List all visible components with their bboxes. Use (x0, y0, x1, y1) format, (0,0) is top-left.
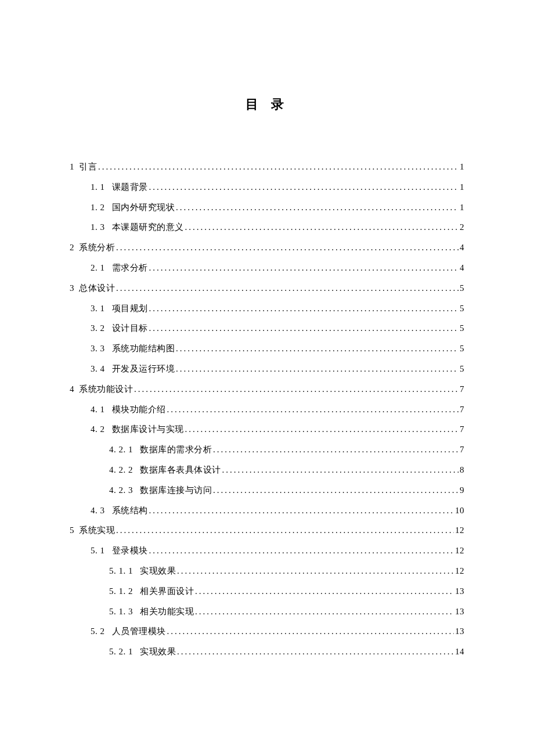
toc-entry: 2. 1需求分析4 (70, 258, 464, 278)
toc-entry-page: 5 (459, 318, 464, 339)
toc-entry-text: 国内外研究现状 (112, 197, 175, 218)
toc-entry: 4. 2数据库设计与实现7 (70, 419, 464, 440)
toc-dot-leader (175, 359, 459, 379)
toc-entry-number: 5 (70, 520, 74, 541)
toc-entry-text: 数据库的需求分析 (140, 440, 212, 460)
toc-dot-leader (148, 298, 459, 319)
toc-entry-number: 1 (70, 157, 74, 177)
toc-entry-text: 系统功能设计 (79, 379, 133, 399)
toc-entry: 4. 3系统结构10 (70, 501, 464, 521)
toc-entry: 5. 1登录模块12 (70, 541, 464, 561)
toc-entry-text: 相关界面设计 (140, 581, 194, 602)
toc-entry: 4. 2. 2数据库各表具体设计8 (70, 460, 464, 480)
toc-dot-leader (194, 581, 454, 602)
toc-entry-page: 13 (454, 581, 464, 602)
toc-entry-page: 7 (459, 419, 464, 440)
toc-entry: 1. 3本课题研究的意义2 (70, 217, 464, 237)
toc-entry-page: 12 (454, 541, 464, 561)
toc-dot-leader (221, 460, 459, 480)
toc-entry-page: 7 (459, 379, 464, 399)
toc-entry-page: 12 (454, 520, 464, 541)
toc-entry: 1引言1 (70, 157, 464, 177)
toc-entry-page: 5 (459, 278, 464, 298)
toc-dot-leader (184, 217, 459, 237)
toc-dot-leader (148, 541, 454, 561)
toc-entry-number: 3. 3 (91, 339, 105, 359)
toc-entry-number: 1. 2 (91, 197, 105, 218)
toc-dot-leader (184, 419, 459, 440)
toc-entry: 3. 2设计目标5 (70, 318, 464, 339)
toc-entry-number: 5. 1. 2 (109, 581, 133, 602)
toc-entry-page: 14 (454, 642, 464, 662)
toc-entry: 5. 1. 3相关功能实现13 (70, 602, 464, 622)
toc-entry-number: 4 (70, 379, 74, 399)
toc-dot-leader (212, 440, 459, 460)
toc-entry-text: 总体设计 (79, 278, 115, 298)
toc-entry-page: 12 (454, 561, 464, 581)
toc-dot-leader (148, 318, 459, 339)
toc-entry-text: 模块功能介绍 (112, 399, 166, 420)
toc-entry-text: 引言 (79, 157, 97, 177)
toc-entry-page: 8 (459, 460, 464, 480)
toc-entry-number: 3. 4 (91, 359, 105, 379)
toc-entry: 5. 2人员管理模块13 (70, 621, 464, 642)
toc-entry-page: 7 (459, 440, 464, 460)
toc-entry-text: 系统分析 (79, 237, 115, 258)
toc-entry-text: 数据库各表具体设计 (140, 460, 221, 480)
toc-dot-leader (148, 177, 459, 197)
toc-entry: 3. 1项目规划5 (70, 298, 464, 319)
toc-entry-number: 4. 2. 1 (109, 440, 133, 460)
toc-entry: 5系统实现12 (70, 520, 464, 541)
toc-entry: 4. 2. 1数据库的需求分析7 (70, 440, 464, 460)
toc-entry: 3. 3系统功能结构图5 (70, 339, 464, 359)
toc-entry-number: 3. 1 (91, 298, 105, 319)
toc-entry-text: 实现效果 (140, 642, 176, 662)
toc-entry-page: 10 (454, 501, 464, 521)
toc-entry: 4. 2. 3数据库连接与访问9 (70, 480, 464, 501)
toc-entry-number: 4. 2. 2 (109, 460, 133, 480)
toc-entry-text: 相关功能实现 (140, 602, 194, 622)
toc-entry-number: 4. 2. 3 (109, 480, 133, 501)
toc-dot-leader (148, 501, 454, 521)
toc-entry-text: 数据库连接与访问 (140, 480, 212, 501)
toc-entry-number: 4. 2 (91, 419, 105, 440)
toc-entry-page: 1 (459, 197, 464, 218)
toc-entry: 5. 1. 1实现效果12 (70, 561, 464, 581)
toc-entry-text: 本课题研究的意义 (112, 217, 184, 237)
toc-entry-page: 13 (454, 602, 464, 622)
toc-entry-text: 项目规划 (112, 298, 148, 319)
toc-entry-number: 1. 1 (91, 177, 105, 197)
toc-dot-leader (175, 339, 459, 359)
toc-entry-text: 登录模块 (112, 541, 148, 561)
toc-dot-leader (166, 621, 454, 642)
toc-entry-page: 4 (459, 258, 464, 278)
toc-entry-text: 人员管理模块 (112, 621, 166, 642)
toc-dot-leader (212, 480, 459, 501)
toc-dot-leader (175, 197, 459, 218)
toc-entry-page: 1 (459, 157, 464, 177)
toc-dot-leader (148, 258, 459, 278)
toc-entry-text: 课题背景 (112, 177, 148, 197)
toc-dot-leader (176, 642, 454, 662)
toc-entry-number: 4. 1 (91, 399, 105, 420)
toc-dot-leader (115, 278, 459, 298)
toc-entry-number: 3. 2 (91, 318, 105, 339)
toc-entry-number: 2 (70, 237, 74, 258)
toc-entry-page: 13 (454, 621, 464, 642)
toc-entry-number: 5. 1. 1 (109, 561, 133, 581)
table-of-contents: 1引言11. 1课题背景11. 2国内外研究现状11. 3本课题研究的意义22系… (70, 157, 464, 662)
toc-entry-number: 5. 1 (91, 541, 105, 561)
toc-entry-text: 开发及运行环境 (112, 359, 175, 379)
toc-title: 目 录 (70, 96, 464, 113)
toc-entry-page: 2 (459, 217, 464, 237)
toc-entry: 4. 1模块功能介绍7 (70, 399, 464, 420)
toc-dot-leader (176, 561, 454, 581)
toc-entry-number: 4. 3 (91, 501, 105, 521)
toc-entry-number: 5. 2. 1 (109, 642, 133, 662)
toc-entry: 3. 4开发及运行环境5 (70, 359, 464, 379)
toc-entry-number: 3 (70, 278, 74, 298)
toc-entry-text: 数据库设计与实现 (112, 419, 184, 440)
toc-entry-page: 5 (459, 339, 464, 359)
toc-entry-number: 1. 3 (91, 217, 105, 237)
toc-dot-leader (115, 237, 459, 258)
